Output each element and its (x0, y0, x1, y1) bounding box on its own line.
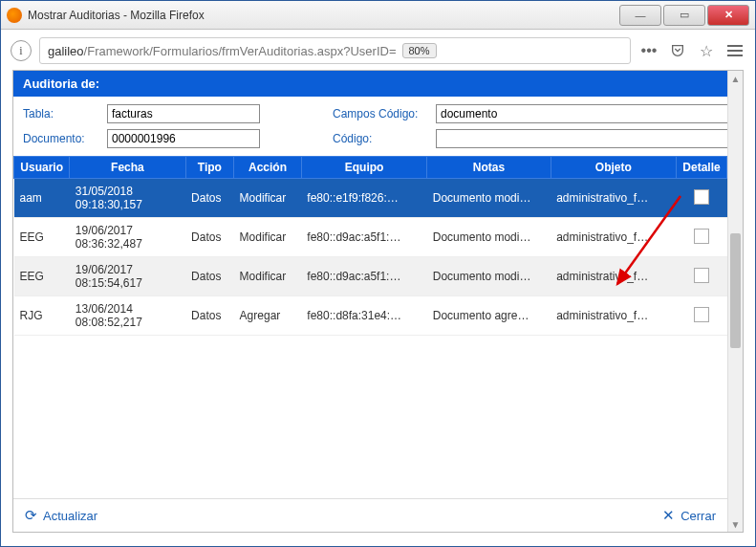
col-equipo[interactable]: Equipo (301, 157, 426, 179)
footer: ⟳ Actualizar ✕ Cerrar (13, 498, 727, 532)
table-row[interactable]: RJG13/06/201408:08:52,217DatosAgregarfe8… (14, 296, 727, 336)
titlebar: Mostrar Auditorias - Mozilla Firefox — ▭… (1, 1, 755, 30)
scroll-thumb[interactable] (730, 233, 741, 348)
codigo-label: Código: (333, 132, 428, 145)
table-row[interactable]: EEG19/06/201708:36:32,487DatosModificarf… (14, 218, 727, 257)
bookmark-icon[interactable]: ☆ (696, 40, 717, 61)
close-icon: ✕ (662, 507, 675, 524)
cell-accion: Agregar (234, 296, 302, 336)
window-title: Mostrar Auditorias - Mozilla Firefox (28, 9, 617, 22)
zoom-badge[interactable]: 80% (402, 43, 437, 58)
cell-usuario: EEG (14, 257, 70, 296)
cell-objeto: administrativo_f… (551, 218, 676, 257)
codigo-input[interactable] (436, 129, 742, 148)
cell-detalle (677, 179, 727, 218)
cell-objeto: administrativo_f… (551, 179, 676, 218)
col-objeto[interactable]: Objeto (551, 157, 676, 179)
cell-objeto: administrativo_f… (551, 296, 676, 336)
documento-input[interactable] (107, 129, 260, 148)
cell-accion: Modificar (234, 218, 302, 257)
detail-button[interactable] (694, 189, 709, 205)
close-window-button[interactable]: ✕ (707, 5, 749, 26)
cell-usuario: aam (14, 179, 70, 218)
cell-notas: Documento agre… (427, 296, 551, 336)
col-notas[interactable]: Notas (427, 157, 551, 179)
col-tipo[interactable]: Tipo (185, 157, 234, 179)
table-row[interactable]: aam31/05/201809:18:30,157DatosModificarf… (14, 179, 727, 218)
cell-equipo: fe80::d8fa:31e4:… (301, 296, 426, 336)
detail-button[interactable] (694, 229, 709, 244)
cell-tipo: Datos (185, 218, 234, 257)
cell-usuario: RJG (14, 296, 70, 336)
table-header-row: Usuario Fecha Tipo Acción Equipo Notas O… (14, 157, 727, 179)
table-row[interactable]: EEG19/06/201708:15:54,617DatosModificarf… (14, 257, 727, 296)
refresh-label: Actualizar (43, 509, 97, 523)
maximize-button[interactable]: ▭ (663, 5, 705, 26)
cell-fecha: 19/06/201708:36:32,487 (70, 218, 185, 257)
firefox-icon (7, 8, 22, 23)
cell-detalle (677, 257, 727, 296)
cell-usuario: EEG (14, 218, 70, 257)
cell-detalle (677, 218, 727, 257)
cell-equipo: fe80::d9ac:a5f1:… (301, 218, 426, 257)
audit-table: Usuario Fecha Tipo Acción Equipo Notas O… (13, 156, 727, 336)
col-fecha[interactable]: Fecha (70, 157, 185, 179)
cell-fecha: 19/06/201708:15:54,617 (70, 257, 185, 296)
campos-codigo-input[interactable] (436, 104, 742, 123)
tabla-label: Tabla: (23, 107, 99, 120)
menu-icon[interactable] (724, 40, 745, 61)
cell-fecha: 31/05/201809:18:30,157 (70, 179, 185, 218)
url-path: /Framework/Formularios/frmVerAuditorias.… (84, 44, 397, 58)
col-accion[interactable]: Acción (234, 157, 302, 179)
col-detalle[interactable]: Detalle (677, 157, 727, 179)
filter-form: Tabla: Campos Código: Documento: Código: (13, 97, 727, 156)
pocket-icon[interactable] (667, 40, 688, 61)
cell-equipo: fe80::d9ac:a5f1:… (301, 257, 426, 296)
minimize-button[interactable]: — (619, 5, 661, 26)
cell-notas: Documento modi… (427, 218, 551, 257)
scrollbar[interactable]: ▲ ▼ (727, 71, 743, 532)
campos-codigo-label: Campos Código: (333, 107, 428, 120)
window-buttons: — ▭ ✕ (617, 5, 749, 26)
scroll-up-icon[interactable]: ▲ (728, 71, 743, 86)
cell-tipo: Datos (185, 179, 234, 218)
cell-accion: Modificar (234, 257, 302, 296)
cell-tipo: Datos (185, 257, 234, 296)
close-button[interactable]: ✕ Cerrar (662, 507, 716, 524)
tabla-input[interactable] (107, 104, 260, 123)
section-header: Auditoria de: (13, 71, 727, 97)
close-label: Cerrar (680, 509, 716, 523)
cell-fecha: 13/06/201408:08:52,217 (70, 296, 185, 336)
cell-objeto: administrativo_f… (551, 257, 676, 296)
browser-window: Mostrar Auditorias - Mozilla Firefox — ▭… (0, 0, 756, 547)
cell-accion: Modificar (234, 179, 302, 218)
url-host: galileo (48, 44, 84, 58)
cell-equipo: fe80::e1f9:f826:… (301, 179, 426, 218)
cell-notas: Documento modi… (427, 257, 551, 296)
cell-detalle (677, 296, 727, 336)
cell-tipo: Datos (185, 296, 234, 336)
page-content: Auditoria de: Tabla: Campos Código: Docu… (12, 70, 744, 533)
cell-notas: Documento modi… (427, 179, 551, 218)
scroll-down-icon[interactable]: ▼ (728, 516, 743, 532)
refresh-icon: ⟳ (25, 507, 37, 524)
documento-label: Documento: (23, 132, 99, 145)
detail-button[interactable] (694, 268, 709, 283)
more-icon[interactable]: ••• (638, 40, 659, 61)
detail-button[interactable] (694, 307, 709, 322)
site-info-icon[interactable]: i (11, 40, 32, 61)
col-usuario[interactable]: Usuario (14, 157, 70, 179)
url-bar[interactable]: galileo/Framework/Formularios/frmVerAudi… (39, 37, 631, 64)
refresh-button[interactable]: ⟳ Actualizar (25, 507, 97, 524)
toolbar: i galileo/Framework/Formularios/frmVerAu… (1, 30, 755, 72)
